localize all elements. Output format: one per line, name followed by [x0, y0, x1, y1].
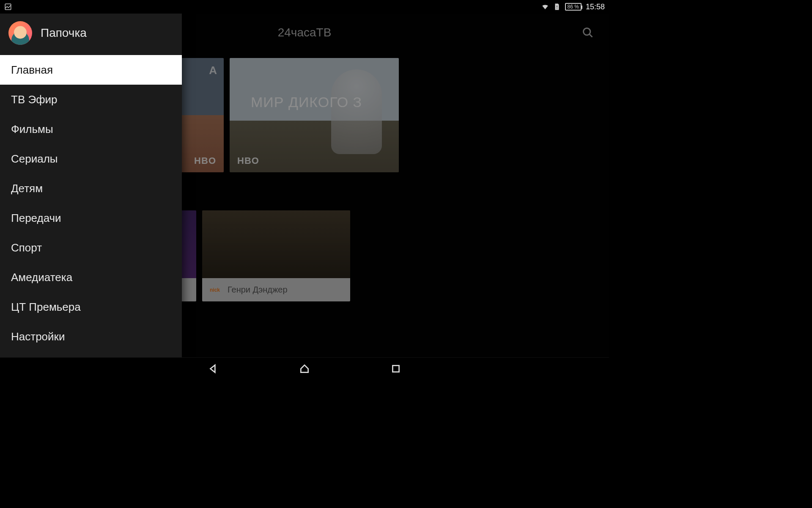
nav-item-2[interactable]: Фильмы — [0, 114, 182, 144]
sd-warning-icon — [553, 3, 561, 11]
hero-card[interactable]: МИР ДИКОГО З HBO — [230, 58, 399, 172]
nav-item-1[interactable]: ТВ Эфир — [0, 85, 182, 114]
nav-item-3[interactable]: Сериалы — [0, 144, 182, 174]
back-icon — [208, 363, 219, 374]
android-nav-bar — [0, 357, 609, 381]
profile-header[interactable]: Папочка — [0, 14, 182, 55]
avatar — [8, 21, 32, 45]
recents-icon — [390, 363, 401, 374]
hero-title: МИР ДИКОГО З — [251, 94, 362, 110]
nav-item-7[interactable]: Амедиатека — [0, 262, 182, 292]
battery-indicator: 86 % — [565, 3, 582, 11]
svg-rect-2 — [557, 8, 557, 9]
svg-rect-1 — [557, 6, 557, 8]
svg-rect-6 — [392, 365, 399, 372]
home-icon — [299, 363, 310, 374]
svg-marker-5 — [211, 365, 215, 372]
nav-item-5[interactable]: Передачи — [0, 203, 182, 233]
channel-logo: HBO — [194, 155, 216, 166]
wifi-icon — [541, 3, 549, 11]
navigation-drawer: Папочка ГлавнаяТВ ЭфирФильмыСериалыДетям… — [0, 14, 182, 357]
content-card[interactable]: nick Генри Дэнджер — [202, 210, 350, 301]
battery-text: 86 % — [568, 4, 579, 10]
channel-logo: HBO — [237, 155, 259, 166]
android-status-bar: 86 % 15:58 — [0, 0, 609, 14]
recents-button[interactable] — [390, 363, 401, 376]
home-button[interactable] — [299, 363, 310, 376]
picture-icon — [4, 3, 12, 11]
app-root: 24часаТВ SHOWTIME МОЛОДОЙ ПАПА THE YOUNG… — [0, 14, 609, 357]
back-button[interactable] — [208, 363, 219, 376]
nav-item-0[interactable]: Главная — [0, 55, 182, 85]
svg-rect-0 — [5, 4, 11, 10]
nav-item-8[interactable]: ЦТ Премьера — [0, 292, 182, 322]
profile-name: Папочка — [41, 26, 87, 40]
card-title: Генри Дэнджер — [228, 285, 288, 295]
nav-item-6[interactable]: Спорт — [0, 233, 182, 262]
channel-badge: nick — [208, 286, 222, 294]
rating-badge: А — [209, 64, 217, 77]
status-clock: 15:58 — [586, 3, 605, 11]
drawer-nav: ГлавнаяТВ ЭфирФильмыСериалыДетямПередачи… — [0, 55, 182, 357]
nav-item-9[interactable]: Настройки — [0, 322, 182, 351]
nav-item-4[interactable]: Детям — [0, 174, 182, 203]
